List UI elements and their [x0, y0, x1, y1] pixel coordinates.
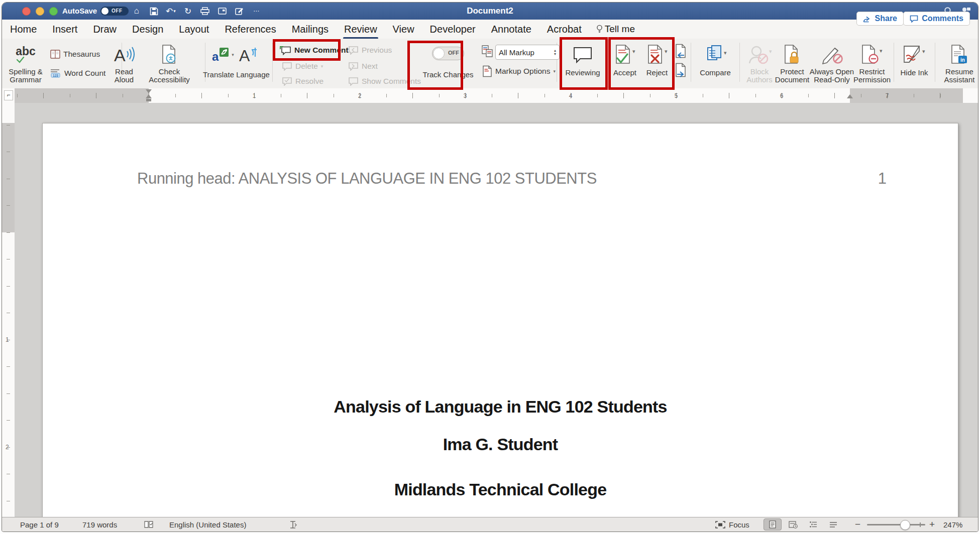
- running-head-text: Running head: ANALYSIS OF LANGUAGE IN EN…: [137, 170, 597, 188]
- markup-options-icon: [482, 65, 492, 77]
- translate-icon[interactable]: a ▾: [212, 46, 234, 64]
- zoom-in-button[interactable]: +: [929, 517, 935, 531]
- svg-text:in: in: [960, 57, 965, 63]
- resolve-comment-button[interactable]: Resolve: [281, 75, 323, 88]
- horizontal-ruler[interactable]: 1234567: [2, 88, 978, 103]
- previous-comment-button[interactable]: Previous: [348, 44, 392, 57]
- page-indicator[interactable]: Page 1 of 9: [20, 517, 59, 531]
- tab-acrobat[interactable]: Acrobat: [546, 22, 583, 37]
- resume-assistant-button[interactable]: in Resume Assistant: [939, 42, 978, 84]
- spelling-grammar-icon: abc: [5, 42, 46, 68]
- left-indent-marker[interactable]: [146, 99, 151, 101]
- delete-comment-icon: [281, 62, 292, 71]
- tab-draw[interactable]: Draw: [92, 22, 118, 37]
- proofing-status-icon[interactable]: [144, 517, 154, 531]
- tab-mailings[interactable]: Mailings: [291, 22, 330, 37]
- word-count-indicator[interactable]: 719 words: [82, 517, 117, 531]
- restrict-permission-button[interactable]: ▾ Restrict Permission: [853, 42, 891, 84]
- ribbon: abc Spelling & Grammar Thesaurus 123 Wor…: [2, 39, 978, 89]
- right-indent-marker[interactable]: [847, 94, 853, 98]
- vertical-ruler[interactable]: 12: [2, 103, 15, 517]
- always-open-read-only-icon: [808, 42, 856, 68]
- word-count-button[interactable]: 123 Word Count: [50, 67, 105, 80]
- tab-insert[interactable]: Insert: [51, 22, 78, 37]
- zoom-percentage[interactable]: 247%: [943, 517, 962, 531]
- previous-change-button[interactable]: [674, 44, 687, 59]
- compare-button[interactable]: ▾ Compare: [694, 42, 736, 77]
- previous-change-icon: [674, 44, 687, 59]
- tab-annotate[interactable]: Annotate: [490, 22, 532, 37]
- print-layout-view-button[interactable]: [764, 518, 782, 530]
- spelling-grammar-button[interactable]: abc Spelling & Grammar: [5, 42, 46, 84]
- h-ruler-number: 2: [358, 92, 362, 99]
- header-page-number: 1: [878, 170, 887, 188]
- check-accessibility-button[interactable]: Check Accessibility: [144, 42, 195, 84]
- first-line-indent-marker[interactable]: [146, 89, 152, 93]
- screenshot: AutoSave OFF ⌂ ↶▾ ↻ ⋯ Document2 Home Ins…: [0, 0, 980, 534]
- markup-options-button[interactable]: Markup Options▾: [482, 65, 556, 78]
- tab-references[interactable]: References: [224, 22, 277, 37]
- draft-view-button[interactable]: [825, 519, 842, 530]
- tell-me-box[interactable]: Tell me: [596, 24, 635, 35]
- document-page[interactable]: Running head: ANALYSIS OF LANGUAGE IN EN…: [42, 123, 958, 517]
- delete-comment-button[interactable]: Delete▾: [281, 60, 323, 73]
- focus-button[interactable]: Focus: [715, 517, 749, 531]
- always-open-read-only-button[interactable]: Always Open Read-Only: [808, 42, 856, 84]
- document-title-line: Analysis of Language in ENG 102 Students: [43, 397, 958, 417]
- tab-developer[interactable]: Developer: [429, 22, 477, 37]
- zoom-slider-knob[interactable]: [900, 520, 910, 530]
- svg-text:▾: ▾: [922, 48, 925, 54]
- document-author-line: Ima G. Student: [43, 435, 958, 454]
- thesaurus-button[interactable]: Thesaurus: [50, 48, 100, 61]
- accept-icon: ▾: [611, 42, 639, 68]
- restrict-permission-icon: ▾: [853, 42, 891, 68]
- language-indicator[interactable]: English (United States): [169, 517, 246, 531]
- zoom-slider-tick: [920, 522, 921, 527]
- hide-ink-icon: ▾: [897, 42, 931, 68]
- focus-icon: [715, 521, 725, 528]
- h-ruler-number: 5: [675, 92, 678, 99]
- reviewing-button[interactable]: Reviewing: [563, 42, 603, 77]
- comments-button[interactable]: Comments: [903, 12, 970, 26]
- tab-view[interactable]: View: [392, 22, 415, 37]
- markup-view-icon: [481, 45, 493, 58]
- display-for-review-select[interactable]: All Markup ▴▾: [495, 45, 560, 60]
- hanging-indent-marker[interactable]: [146, 94, 152, 98]
- tab-stop-selector[interactable]: ⌐: [4, 90, 13, 100]
- resume-assistant-icon: in: [939, 42, 978, 68]
- text-cursor-status-icon[interactable]: [288, 517, 297, 531]
- tab-review[interactable]: Review: [343, 22, 378, 37]
- comment-bubble-icon: [910, 15, 918, 23]
- zoom-out-button[interactable]: −: [855, 517, 860, 531]
- next-comment-button[interactable]: Next: [348, 60, 378, 73]
- hide-ink-button[interactable]: ▾ Hide Ink: [897, 42, 931, 77]
- reject-button[interactable]: ▾ Reject: [643, 42, 671, 77]
- document-canvas[interactable]: Running head: ANALYSIS OF LANGUAGE IN EN…: [15, 103, 978, 517]
- read-aloud-button[interactable]: A Read Aloud: [108, 42, 140, 84]
- tab-layout[interactable]: Layout: [178, 22, 210, 37]
- translate-language-group: a ▾ A Translate Language: [203, 42, 268, 79]
- language-icon[interactable]: A: [239, 46, 259, 64]
- document-title: Document2: [2, 6, 978, 16]
- previous-comment-icon: [348, 46, 359, 55]
- resolve-comment-icon: [281, 77, 292, 86]
- reviewing-icon: [563, 42, 603, 68]
- zoom-slider-track[interactable]: [867, 524, 925, 525]
- protect-document-button[interactable]: Protect Document: [773, 42, 812, 84]
- new-comment-button[interactable]: New Comment: [279, 44, 349, 57]
- svg-text:▾: ▾: [665, 48, 668, 54]
- thesaurus-icon: [50, 50, 60, 59]
- web-layout-view-button[interactable]: [785, 519, 802, 530]
- share-button[interactable]: Share: [856, 12, 904, 26]
- next-change-button[interactable]: [674, 63, 687, 78]
- tab-home[interactable]: Home: [9, 22, 38, 37]
- track-changes-toggle[interactable]: OFF: [432, 47, 464, 60]
- show-comments-button[interactable]: Show Comments: [348, 75, 421, 88]
- title-bar: AutoSave OFF ⌂ ↶▾ ↻ ⋯ Document2: [2, 3, 978, 20]
- accept-button[interactable]: ▾ Accept: [611, 42, 639, 77]
- svg-text:a: a: [212, 50, 219, 63]
- share-icon: [863, 15, 872, 23]
- tab-design[interactable]: Design: [131, 22, 164, 37]
- outline-view-button[interactable]: [805, 519, 822, 530]
- h-ruler-number: 3: [464, 92, 467, 99]
